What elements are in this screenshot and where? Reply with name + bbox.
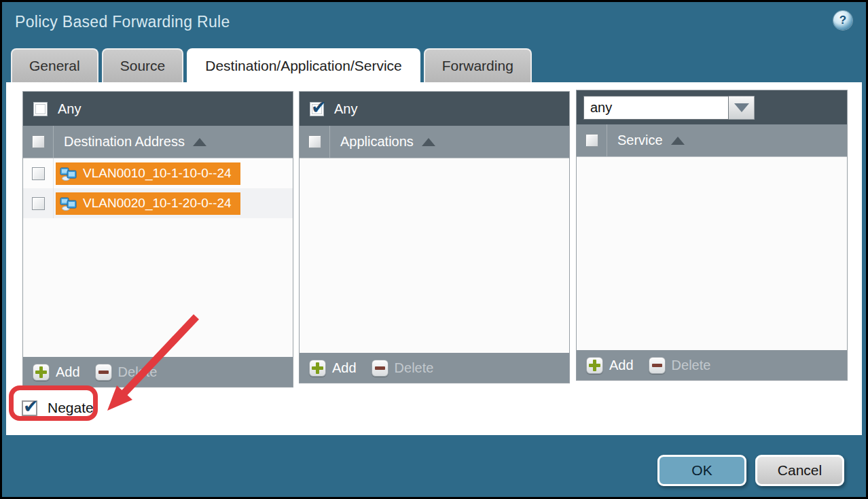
applications-list [300,158,569,353]
destination-any-checkbox[interactable] [33,102,48,116]
destination-toolbar: Add Delete [23,357,293,387]
service-dropdown-button[interactable] [729,96,755,120]
destination-column-header: Destination Address [23,126,293,158]
minus-icon [649,357,666,374]
delete-button-label: Delete [395,360,434,376]
table-row[interactable]: VLAN0020_10-1-20-0--24 [23,188,293,218]
service-selectall-checkbox[interactable] [585,134,598,147]
tab-destination-application-service[interactable]: Destination/Application/Service [187,48,420,82]
tab-general[interactable]: General [11,48,98,82]
sort-ascending-icon[interactable] [422,138,435,146]
applications-any-bar: Any [300,92,569,126]
tab-forwarding[interactable]: Forwarding [424,48,532,82]
plus-icon [309,360,326,377]
add-button[interactable]: Add [33,364,80,381]
help-icon[interactable]: ? [833,11,852,30]
destination-selectall-checkbox[interactable] [32,135,45,148]
applications-column-header: Applications [300,126,569,158]
address-object-name: VLAN0020_10-1-20-0--24 [83,196,232,211]
row-checkbox[interactable] [32,197,45,210]
service-list [577,156,847,350]
ok-button[interactable]: OK [657,455,746,486]
applications-any-label: Any [334,101,357,117]
chevron-down-icon [734,103,749,112]
table-row[interactable]: VLAN0010_10-1-10-0--24 [23,158,293,188]
destination-any-label: Any [58,101,81,117]
tab-content: Any Destination Address [6,82,862,435]
applications-panel: Any Applications Add Delete [299,91,570,383]
delete-button[interactable]: Delete [95,364,158,381]
pbf-rule-dialog: Policy Based Forwarding Rule ? General S… [2,2,866,497]
plus-icon [586,357,603,374]
add-button-label: Add [332,360,357,376]
destination-address-panel: Any Destination Address [22,91,293,388]
service-column-label[interactable]: Service [617,133,663,148]
minus-icon [372,360,388,377]
negate-checkbox[interactable] [22,400,37,416]
service-dropdown[interactable]: any [583,96,755,120]
delete-button[interactable]: Delete [649,357,711,374]
destination-list: VLAN0010_10-1-10-0--24 VLAN0020_10-1 [23,158,293,357]
cancel-button[interactable]: Cancel [755,455,844,486]
plus-icon [33,364,50,381]
service-selector-bar: any [577,90,847,124]
address-object-chip[interactable]: VLAN0020_10-1-20-0--24 [56,192,240,215]
applications-any-checkbox[interactable] [310,102,324,116]
row-checkbox-cell [23,158,54,188]
add-button-label: Add [56,364,80,380]
address-object-chip[interactable]: VLAN0010_10-1-10-0--24 [56,162,240,185]
delete-button-label: Delete [118,364,158,380]
destination-selectall-cell [23,126,54,158]
applications-toolbar: Add Delete [300,353,569,383]
service-dropdown-value[interactable]: any [583,96,729,120]
row-checkbox[interactable] [32,167,45,180]
service-panel: any Service Add Delete [576,90,848,381]
tab-bar: General Source Destination/Application/S… [11,48,532,82]
applications-column-label[interactable]: Applications [340,134,414,150]
destination-any-bar: Any [23,92,293,126]
sort-ascending-icon[interactable] [671,137,685,145]
applications-selectall-cell [300,126,330,158]
row-checkbox-cell [23,188,54,218]
applications-selectall-checkbox[interactable] [308,135,321,148]
address-object-name: VLAN0010_10-1-10-0--24 [83,166,232,181]
service-toolbar: Add Delete [577,350,847,380]
tab-source[interactable]: Source [102,48,184,82]
destination-column-label[interactable]: Destination Address [64,134,185,150]
add-button-label: Add [609,358,634,373]
network-address-icon [60,166,77,181]
delete-button-label: Delete [672,358,711,373]
add-button[interactable]: Add [586,357,634,374]
service-selectall-cell [577,124,607,156]
negate-control: Negate [22,400,94,416]
dialog-title: Policy Based Forwarding Rule [15,13,230,31]
network-address-icon [60,196,77,211]
delete-button[interactable]: Delete [372,360,434,377]
minus-icon [95,364,112,381]
add-button[interactable]: Add [309,360,357,377]
sort-ascending-icon[interactable] [193,138,206,146]
service-column-header: Service [577,124,847,156]
negate-label: Negate [48,400,94,416]
